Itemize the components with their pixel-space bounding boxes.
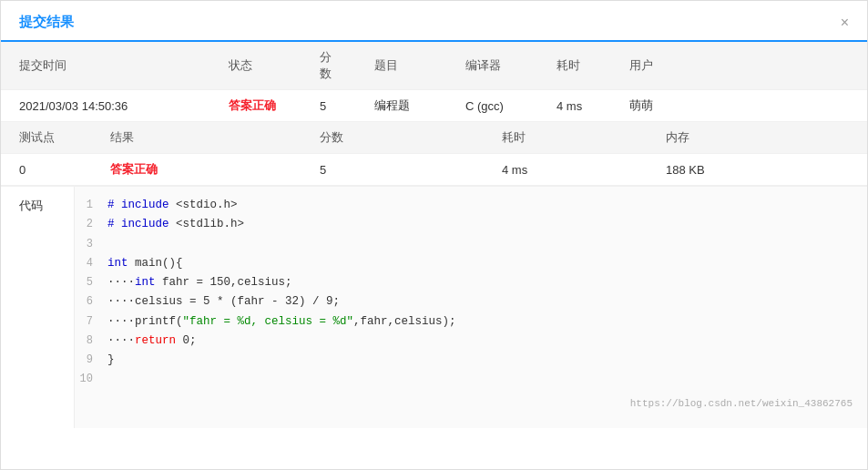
cell-status: 答案正确: [210, 90, 301, 122]
code-section: 代码 1 # include <stdio.h> 2 # include <st…: [1, 186, 867, 428]
line-content-3: [107, 235, 115, 254]
line-num-2: 2: [75, 215, 107, 233]
line-num-3: 3: [75, 235, 107, 253]
code-line-1: 1 # include <stdio.h>: [75, 196, 867, 215]
sub-cell-result: 答案正确: [92, 154, 301, 186]
col-submit-time: 提交时间: [1, 42, 156, 90]
code-line-5: 5 ····int fahr = 150,celsius;: [75, 273, 867, 292]
dialog: 提交结果 × 提交时间 状态 分数 题目 编译器 耗时 用户 2021/03/0: [0, 0, 868, 470]
sub-cell-id: 0: [1, 154, 92, 186]
code-line-10: 10: [75, 370, 867, 389]
line-num-9: 9: [75, 351, 107, 369]
line-num-8: 8: [75, 332, 107, 350]
line-content-8: ····return 0;: [107, 332, 197, 351]
sub-col-empty3: [575, 122, 648, 154]
sub-cell-memory: 188 KB: [648, 154, 867, 186]
col-empty1: [156, 42, 210, 90]
footer-link: https://blog.csdn.net/weixin_43862765: [75, 390, 867, 420]
cell-problem: 编程题: [356, 90, 447, 122]
col-status: 状态: [210, 42, 301, 90]
line-num-10: 10: [75, 370, 107, 388]
sub-cell-score: 5: [301, 154, 484, 186]
sub-col-time: 耗时: [484, 122, 575, 154]
line-content-9: }: [107, 351, 115, 370]
dialog-title: 提交结果: [19, 14, 74, 31]
code-line-2: 2 # include <stdlib.h>: [75, 215, 867, 234]
line-num-7: 7: [75, 312, 107, 331]
cell-submit-time: 2021/03/03 14:50:36: [1, 90, 210, 122]
line-content-6: ····celsius = 5 * (fahr - 32) / 9;: [107, 292, 340, 312]
sub-table-data-row: 0 答案正确 5 4 ms 188 KB: [1, 154, 867, 186]
dialog-body: 提交时间 状态 分数 题目 编译器 耗时 用户 2021/03/03 14:50…: [1, 42, 867, 428]
sub-col-empty: [210, 122, 301, 154]
sub-col-memory: 内存: [648, 122, 867, 154]
code-line-7: 7 ····printf("fahr = %d, celsius = %d",f…: [75, 312, 867, 332]
code-line-9: 9 }: [75, 351, 867, 370]
col-time: 耗时: [538, 42, 611, 90]
status-badge: 答案正确: [229, 98, 276, 112]
sub-status-badge: 答案正确: [110, 162, 158, 176]
sub-col-result: 结果: [92, 122, 210, 154]
cell-user: 萌萌: [611, 90, 867, 122]
line-content-10: [107, 370, 115, 389]
code-line-6: 6 ····celsius = 5 * (fahr - 32) / 9;: [75, 292, 867, 312]
line-content-7: ····printf("fahr = %d, celsius = %d",fah…: [107, 312, 456, 332]
close-button[interactable]: ×: [841, 15, 849, 30]
main-table-header-row: 提交时间 状态 分数 题目 编译器 耗时 用户: [1, 42, 867, 90]
dialog-header: 提交结果 ×: [1, 1, 867, 42]
sub-table-header-row: 测试点 结果 分数 耗时 内存: [1, 122, 867, 154]
line-num-4: 4: [75, 254, 107, 272]
col-compiler: 编译器: [447, 42, 538, 90]
line-content-4: int main(){: [107, 254, 183, 273]
sub-col-score: 分数: [301, 122, 393, 154]
code-line-3: 3: [75, 235, 867, 254]
line-num-6: 6: [75, 292, 107, 311]
code-block[interactable]: 1 # include <stdio.h> 2 # include <stdli…: [74, 187, 867, 428]
sub-table: 测试点 结果 分数 耗时 内存 0 答案正确 5 4 ms: [1, 122, 867, 186]
line-num-5: 5: [75, 273, 107, 291]
cell-compiler: C (gcc): [447, 90, 538, 122]
col-problem: 题目: [356, 42, 447, 90]
cell-time: 4 ms: [538, 90, 611, 122]
main-table: 提交时间 状态 分数 题目 编译器 耗时 用户 2021/03/03 14:50…: [1, 42, 867, 122]
line-content-1: # include <stdio.h>: [107, 196, 238, 215]
col-user: 用户: [611, 42, 867, 90]
main-table-data-row: 2021/03/03 14:50:36 答案正确 5 编程题 C (gcc) 4…: [1, 90, 867, 122]
sub-col-id: 测试点: [1, 122, 92, 154]
line-content-5: ····int fahr = 150,celsius;: [107, 273, 292, 292]
code-line-4: 4 int main(){: [75, 254, 867, 273]
line-num-1: 1: [75, 196, 107, 214]
cell-score: 5: [301, 90, 356, 122]
col-score: 分数: [301, 42, 356, 90]
sub-col-empty2: [393, 122, 484, 154]
code-line-8: 8 ····return 0;: [75, 332, 867, 351]
line-content-2: # include <stdlib.h>: [107, 215, 244, 234]
code-label: 代码: [1, 187, 74, 428]
sub-cell-time: 4 ms: [484, 154, 648, 186]
